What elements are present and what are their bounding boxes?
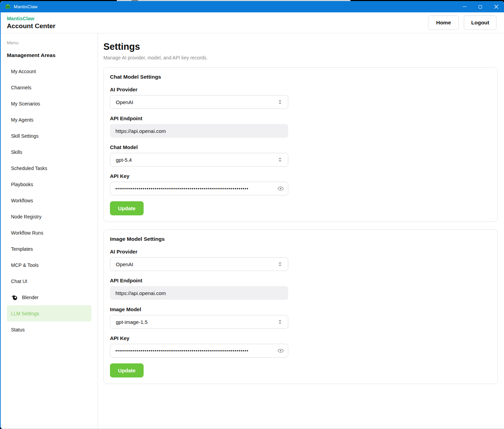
close-icon bbox=[494, 4, 499, 9]
api-endpoint-label: API Endpoint bbox=[110, 115, 491, 121]
sidebar-item-status[interactable]: Status bbox=[7, 321, 91, 338]
brand-name: MantisClaw bbox=[7, 16, 55, 21]
logout-button[interactable]: Logout bbox=[464, 15, 496, 30]
brand-block: MantisClaw Account Center bbox=[7, 16, 55, 30]
sidebar-item-my-agents[interactable]: My Agents bbox=[7, 112, 91, 128]
app-window: MantisClaw MantisClaw Account Center Hom… bbox=[0, 1, 504, 429]
chat-model-settings-card: Chat Model Settings AI Provider OpenAI A… bbox=[103, 67, 498, 222]
app-icon bbox=[5, 4, 11, 10]
sidebar-item-node-registry[interactable]: Node Registry bbox=[7, 208, 91, 225]
image-update-button[interactable]: Update bbox=[110, 363, 144, 377]
header: MantisClaw Account Center Home Logout bbox=[1, 12, 504, 33]
sidebar-item-chat-ui[interactable]: Chat UI bbox=[7, 273, 91, 289]
chat-api-endpoint-input[interactable] bbox=[110, 124, 288, 138]
sidebar-item-label: Skills bbox=[11, 149, 22, 155]
window-controls bbox=[457, 1, 504, 12]
chevron-updown-icon bbox=[278, 157, 282, 162]
sidebar-item-label: Chat UI bbox=[11, 279, 27, 284]
sidebar-item-label: Workflows bbox=[11, 198, 33, 203]
api-key-field bbox=[110, 182, 288, 195]
chevron-updown-icon bbox=[278, 319, 282, 325]
chat-model-label: Chat Model bbox=[110, 144, 491, 150]
ai-provider-label: AI Provider bbox=[110, 249, 491, 255]
header-actions: Home Logout bbox=[428, 15, 496, 30]
chat-update-button[interactable]: Update bbox=[110, 201, 144, 215]
maximize-button[interactable] bbox=[472, 1, 488, 12]
sidebar-item-label: Status bbox=[11, 327, 25, 332]
window-title: MantisClaw bbox=[14, 4, 37, 9]
sidebar-item-label: Scheduled Tasks bbox=[11, 166, 47, 171]
image-ai-provider-select[interactable]: OpenAI bbox=[110, 257, 288, 271]
sidebar-item-workflows[interactable]: Workflows bbox=[7, 192, 91, 208]
sidebar-item-llm-settings[interactable]: LLM Settings bbox=[7, 305, 91, 321]
image-api-endpoint-input[interactable] bbox=[110, 286, 288, 300]
chat-model-select[interactable]: gpt-5.4 bbox=[110, 153, 288, 167]
sidebar-item-label: LLM Settings bbox=[11, 311, 39, 316]
ai-provider-label: AI Provider bbox=[110, 87, 491, 92]
card-title: Image Model Settings bbox=[110, 236, 491, 242]
sidebar-item-my-account[interactable]: My Account bbox=[7, 63, 91, 79]
page-subtitle: Manage AI provider, model, and API key r… bbox=[103, 55, 497, 60]
chat-ai-provider-select[interactable]: OpenAI bbox=[110, 95, 288, 109]
sidebar-item-label: Blender bbox=[22, 295, 38, 300]
home-button[interactable]: Home bbox=[428, 15, 459, 30]
eye-icon[interactable] bbox=[277, 347, 284, 354]
image-model-select[interactable]: gpt-image-1.5 bbox=[110, 315, 288, 329]
sidebar-item-blender[interactable]: Blender bbox=[7, 289, 91, 305]
sidebar-item-label: MCP & Tools bbox=[11, 262, 38, 268]
sidebar-item-label: Playbooks bbox=[11, 182, 33, 187]
menu-label: Menu bbox=[7, 40, 91, 45]
sidebar-item-label: Templates bbox=[11, 246, 33, 252]
sidebar-item-label: My Scenarios bbox=[11, 101, 40, 106]
chevron-updown-icon bbox=[278, 261, 282, 267]
sidebar-item-my-scenarios[interactable]: My Scenarios bbox=[7, 95, 91, 112]
sidebar-item-playbooks[interactable]: Playbooks bbox=[7, 176, 91, 192]
sidebar-item-templates[interactable]: Templates bbox=[7, 241, 91, 257]
sidebar-item-label: Workflow Runs bbox=[11, 230, 43, 236]
sidebar-item-label: Skill Settings bbox=[11, 133, 38, 139]
sidebar: Menu Management Areas My Account Channel… bbox=[1, 33, 98, 429]
page-title: Settings bbox=[103, 42, 497, 52]
minimize-button[interactable] bbox=[457, 1, 472, 12]
selected-value: gpt-5.4 bbox=[116, 157, 132, 163]
eye-icon[interactable] bbox=[277, 185, 284, 192]
card-title: Chat Model Settings bbox=[110, 74, 491, 80]
selected-value: OpenAI bbox=[116, 261, 133, 267]
api-endpoint-label: API Endpoint bbox=[110, 278, 491, 283]
sidebar-item-label: My Account bbox=[11, 69, 36, 74]
sidebar-item-channels[interactable]: Channels bbox=[7, 79, 91, 95]
api-key-field bbox=[110, 344, 288, 358]
sidebar-item-scheduled-tasks[interactable]: Scheduled Tasks bbox=[7, 160, 91, 176]
sidebar-item-label: Channels bbox=[11, 85, 31, 90]
image-model-label: Image Model bbox=[110, 306, 491, 312]
page-section-title: Account Center bbox=[7, 22, 55, 30]
sidebar-section-title: Management Areas bbox=[7, 52, 91, 58]
api-key-label: API Key bbox=[110, 173, 491, 179]
titlebar: MantisClaw bbox=[1, 1, 504, 12]
screen: MantisClaw MantisClaw Account Center Hom… bbox=[0, 0, 504, 429]
sidebar-item-workflow-runs[interactable]: Workflow Runs bbox=[7, 225, 91, 241]
selected-value: OpenAI bbox=[116, 99, 133, 105]
chevron-updown-icon bbox=[278, 99, 282, 105]
image-api-key-input[interactable] bbox=[110, 344, 288, 358]
chat-api-key-input[interactable] bbox=[110, 182, 288, 195]
api-key-label: API Key bbox=[110, 335, 491, 341]
blender-icon bbox=[11, 294, 18, 301]
sidebar-item-mcp-tools[interactable]: MCP & Tools bbox=[7, 257, 91, 273]
main-content: Settings Manage AI provider, model, and … bbox=[98, 33, 504, 429]
sidebar-item-skill-settings[interactable]: Skill Settings bbox=[7, 128, 91, 144]
image-model-settings-card: Image Model Settings AI Provider OpenAI … bbox=[103, 229, 498, 384]
sidebar-item-label: My Agents bbox=[11, 117, 33, 123]
selected-value: gpt-image-1.5 bbox=[116, 319, 148, 325]
content-row: Menu Management Areas My Account Channel… bbox=[1, 33, 504, 429]
maximize-icon bbox=[479, 5, 482, 9]
minimize-icon bbox=[463, 7, 467, 7]
close-button[interactable] bbox=[488, 1, 504, 12]
sidebar-item-skills[interactable]: Skills bbox=[7, 144, 91, 160]
sidebar-item-label: Node Registry bbox=[11, 214, 42, 219]
